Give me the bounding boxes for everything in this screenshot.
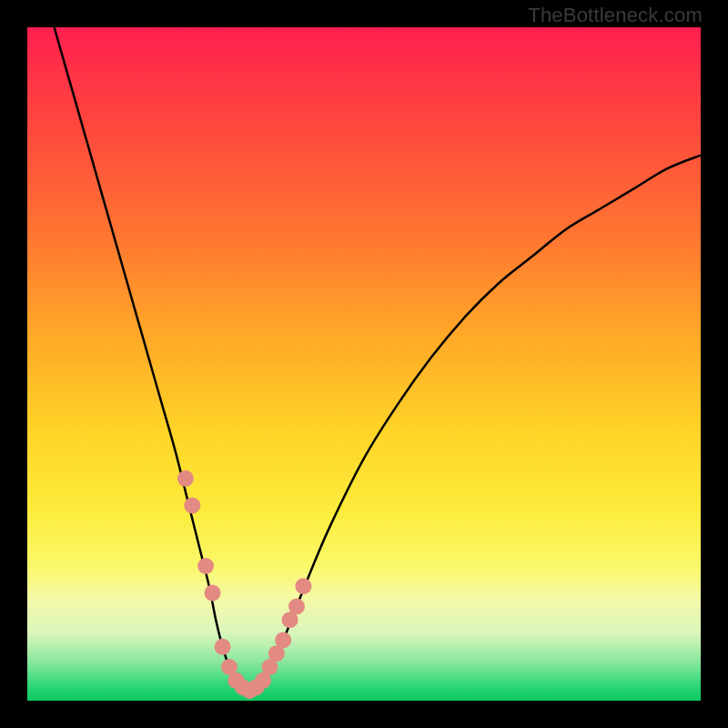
bottleneck-curve [55,27,701,691]
curve-svg [27,27,701,701]
highlight-dot [184,497,200,513]
highlight-dot [288,598,305,614]
plot-area [27,27,701,701]
highlight-dot [205,585,221,602]
highlight-dot [275,632,291,648]
highlight-dot [215,639,231,655]
highlight-dot [197,558,214,574]
dots-group [177,470,312,699]
curve-group [55,27,701,691]
chart-frame: TheBottleneck.com [0,0,728,728]
watermark-text: TheBottleneck.com [528,4,703,27]
highlight-dot [177,470,194,487]
highlight-dot [295,578,311,594]
